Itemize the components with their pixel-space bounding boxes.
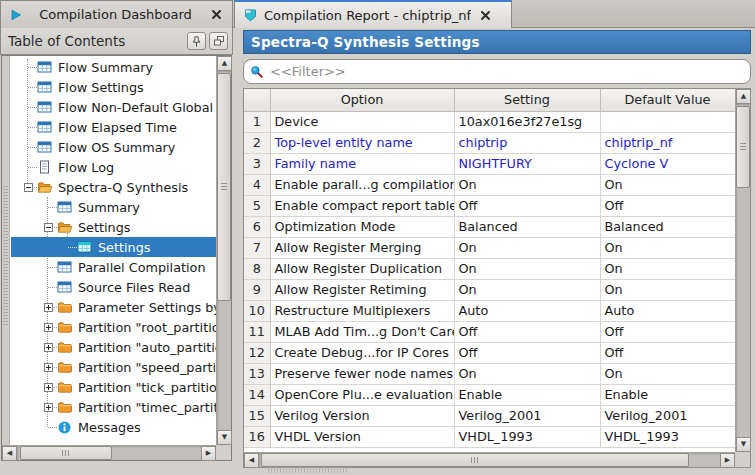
row-number-cell[interactable]: 12 [244, 342, 270, 363]
table-row[interactable]: 4Enable parall...g compilationOnOn [244, 174, 735, 195]
dock-handle[interactable] [2, 56, 10, 445]
option-cell[interactable]: Create Debug...for IP Cores [270, 342, 454, 363]
toc-item-flow-os-summary[interactable]: Flow OS Summary [11, 137, 216, 157]
default-value-cell[interactable]: Verilog_2001 [600, 405, 735, 426]
option-cell[interactable]: Device [270, 111, 454, 132]
table-row[interactable]: 3Family nameNIGHTFURYCyclone V [244, 153, 735, 174]
scrollbar-thumb[interactable] [20, 446, 112, 460]
default-value-cell[interactable]: On [600, 279, 735, 300]
close-icon[interactable] [477, 7, 493, 23]
table-row[interactable]: 12Create Debug...for IP CoresOffOff [244, 342, 735, 363]
toc-vertical-scrollbar[interactable]: ▲ ▼ [216, 56, 231, 445]
table-row[interactable]: 15Verilog VersionVerilog_2001Verilog_200… [244, 405, 735, 426]
setting-cell[interactable]: chiptrip [454, 132, 600, 153]
toc-item-messages[interactable]: Messages [11, 417, 216, 437]
default-value-cell[interactable]: Off [600, 195, 735, 216]
default-value-cell[interactable]: Off [600, 342, 735, 363]
row-number-cell[interactable]: 7 [244, 237, 270, 258]
expand-icon[interactable] [39, 337, 57, 357]
scroll-left-icon[interactable]: ◀ [2, 446, 17, 461]
setting-cell[interactable]: 10ax016e3f27e1sg [454, 111, 600, 132]
setting-cell[interactable]: Auto [454, 300, 600, 321]
default-value-cell[interactable]: On [600, 258, 735, 279]
toc-item-flow-summary[interactable]: Flow Summary [11, 57, 216, 77]
option-cell[interactable]: Preserve fewer node names [270, 363, 454, 384]
row-number-cell[interactable]: 9 [244, 279, 270, 300]
row-number-cell[interactable]: 2 [244, 132, 270, 153]
row-number-cell[interactable]: 8 [244, 258, 270, 279]
table-row[interactable]: 9Allow Register RetimingOnOn [244, 279, 735, 300]
toc-item-partition-speed-partiti[interactable]: Partition "speed_partiti [11, 357, 216, 377]
toc-item-partition-root-partition[interactable]: Partition "root_partition [11, 317, 216, 337]
scroll-up-icon[interactable]: ▲ [217, 56, 232, 71]
option-cell[interactable]: Optimization Mode [270, 216, 454, 237]
option-cell[interactable]: Allow Register Duplication [270, 258, 454, 279]
collapse-icon[interactable] [19, 177, 37, 197]
column-header-row-number[interactable] [244, 89, 270, 111]
setting-cell[interactable]: On [454, 174, 600, 195]
table-row[interactable]: 1Device10ax016e3f27e1sg [244, 111, 735, 132]
toc-item-flow-non-default-global-s[interactable]: Flow Non-Default Global S [11, 97, 216, 117]
row-number-cell[interactable]: 1 [244, 111, 270, 132]
toc-item-flow-log[interactable]: Flow Log [11, 157, 216, 177]
scroll-right-icon[interactable]: ▶ [720, 453, 735, 468]
setting-cell[interactable]: Verilog_2001 [454, 405, 600, 426]
toc-item-settings[interactable]: Settings [11, 217, 216, 237]
row-number-cell[interactable]: 10 [244, 300, 270, 321]
row-number-cell[interactable]: 6 [244, 216, 270, 237]
row-number-cell[interactable]: 11 [244, 321, 270, 342]
scroll-down-icon[interactable]: ▼ [736, 437, 751, 452]
table-row[interactable]: 2Top-level entity namechiptripchiptrip_n… [244, 132, 735, 153]
row-number-cell[interactable]: 5 [244, 195, 270, 216]
toc-item-parallel-compilation[interactable]: Parallel Compilation [11, 257, 216, 277]
table-row[interactable]: 7Allow Register MergingOnOn [244, 237, 735, 258]
option-cell[interactable]: Restructure Multiplexers [270, 300, 454, 321]
toc-item-flow-elapsed-time[interactable]: Flow Elapsed Time [11, 117, 216, 137]
close-icon[interactable] [208, 7, 224, 23]
collapse-icon[interactable] [39, 217, 57, 237]
table-row[interactable]: 14OpenCore Plu...e evaluationEnableEnabl… [244, 384, 735, 405]
toc-horizontal-scrollbar[interactable]: ◀ ▶ [2, 445, 216, 460]
toc-item-flow-settings[interactable]: Flow Settings [11, 77, 216, 97]
expand-icon[interactable] [39, 397, 57, 417]
scrollbar-thumb[interactable] [736, 106, 750, 188]
row-number-cell[interactable]: 15 [244, 405, 270, 426]
table-horizontal-scrollbar[interactable]: ◀ ▶ [244, 452, 735, 467]
toc-item-partition-timec-partitio[interactable]: Partition "timec_partitio [11, 397, 216, 417]
default-value-cell[interactable]: chiptrip_nf [600, 132, 735, 153]
option-cell[interactable]: Top-level entity name [270, 132, 454, 153]
scrollbar-thumb[interactable] [217, 73, 231, 301]
float-window-icon[interactable] [209, 32, 228, 50]
expand-icon[interactable] [39, 297, 57, 317]
option-cell[interactable]: Enable parall...g compilation [270, 174, 454, 195]
pin-icon[interactable] [187, 32, 206, 50]
option-cell[interactable]: Allow Register Merging [270, 237, 454, 258]
setting-cell[interactable]: Off [454, 195, 600, 216]
row-number-cell[interactable]: 13 [244, 363, 270, 384]
option-cell[interactable]: VHDL Version [270, 426, 454, 447]
column-header-default-value[interactable]: Default Value [600, 89, 735, 111]
option-cell[interactable]: OpenCore Plu...e evaluation [270, 384, 454, 405]
toc-item-partition-auto-partitio[interactable]: Partition "auto_partitio [11, 337, 216, 357]
table-row[interactable]: 8Allow Register DuplicationOnOn [244, 258, 735, 279]
expand-icon[interactable] [39, 357, 57, 377]
toc-item-partition-tick-partition[interactable]: Partition "tick_partition" [11, 377, 216, 397]
option-cell[interactable]: Allow Register Retiming [270, 279, 454, 300]
tab-compilation-report[interactable]: Compilation Report - chiptrip_nf [234, 0, 512, 28]
default-value-cell[interactable]: Balanced [600, 216, 735, 237]
column-header-setting[interactable]: Setting [454, 89, 600, 111]
row-number-cell[interactable]: 14 [244, 384, 270, 405]
setting-cell[interactable]: On [454, 363, 600, 384]
default-value-cell[interactable]: Enable [600, 384, 735, 405]
setting-cell[interactable]: Enable [454, 384, 600, 405]
setting-cell[interactable]: Off [454, 321, 600, 342]
table-row[interactable]: 5Enable compact report tableOffOff [244, 195, 735, 216]
table-row[interactable]: 11MLAB Add Tim...g Don't CareOffOff [244, 321, 735, 342]
toc-item-source-files-read[interactable]: Source Files Read [11, 277, 216, 297]
scrollbar-thumb[interactable] [261, 453, 689, 467]
toc-item-spectra-q-synthesis[interactable]: Spectra-Q Synthesis [11, 177, 216, 197]
scroll-right-icon[interactable]: ▶ [201, 446, 216, 461]
setting-cell[interactable]: NIGHTFURY [454, 153, 600, 174]
resize-grip[interactable] [268, 467, 348, 473]
setting-cell[interactable]: Balanced [454, 216, 600, 237]
